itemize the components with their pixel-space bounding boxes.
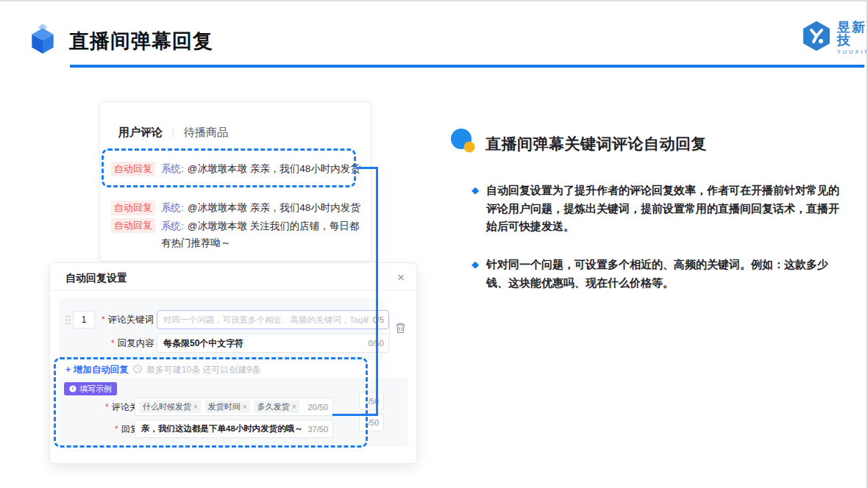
highlight-dashed-box-message bbox=[102, 148, 356, 187]
connector-line bbox=[332, 414, 378, 416]
reply-label: 回复内容 bbox=[111, 337, 154, 350]
modal-header-divider bbox=[50, 290, 416, 290]
bullet-text: 针对同一个问题，可设置多个相近的、高频的关键词。例如：这款多少钱、这块能优惠吗、… bbox=[486, 256, 843, 292]
highlight-dashed-box-example bbox=[54, 357, 368, 448]
chat-bubble-icon bbox=[450, 128, 477, 154]
modal-title: 自动回复设置 bbox=[65, 272, 127, 285]
close-icon[interactable]: × bbox=[397, 271, 405, 284]
reply-value: 每条限50个中文字符 bbox=[157, 337, 364, 350]
brand-domain: YUUXIN.COM bbox=[837, 49, 868, 54]
keyword-counter: 0/5 bbox=[369, 315, 388, 324]
info-bullet: ◆ 针对同一个问题，可设置多个相近的、高频的关键词。例如：这款多少钱、这块能优惠… bbox=[472, 256, 843, 292]
tab-pending-products[interactable]: 待播商品 bbox=[184, 126, 228, 140]
bullet-text: 自动回复设置为了提升作者的评论回复效率，作者可在开播前针对常见的评论用户问题，提… bbox=[486, 182, 843, 236]
tab-user-comments[interactable]: 用户评论 bbox=[118, 126, 163, 140]
row-actions-divider bbox=[389, 318, 390, 337]
info-heading: 直播间弹幕关键词评论自动回复 bbox=[485, 134, 707, 154]
page: 直播间弹幕回复 昱新科技 YUUXIN.COM 用户评论 待播商品 自动回复 系… bbox=[0, 0, 868, 488]
cube-logo-icon bbox=[28, 24, 57, 54]
keyword-label: 评论关键词 bbox=[102, 314, 154, 326]
connector-line bbox=[356, 167, 378, 169]
message-sender: 系统: bbox=[161, 200, 184, 216]
rule-index-field[interactable]: 1 bbox=[73, 311, 95, 329]
chat-message: 自动回复 系统:@冰墩墩本墩 关注我们的店铺，每日都有热门推荐呦～ bbox=[111, 218, 360, 251]
delete-rule-icon[interactable] bbox=[395, 322, 406, 337]
diamond-bullet-icon: ◆ bbox=[472, 182, 479, 199]
page-title: 直播间弹幕回复 bbox=[69, 28, 213, 54]
title-underline bbox=[70, 65, 864, 68]
info-bullet: ◆ 自动回复设置为了提升作者的评论回复效率，作者可在开播前针对常见的评论用户问题… bbox=[472, 182, 843, 236]
auto-reply-badge: 自动回复 bbox=[111, 201, 155, 215]
message-text: @冰墩墩本墩 关注我们的店铺，每日都有热门推荐呦～ bbox=[161, 220, 359, 248]
connector-line bbox=[376, 167, 378, 416]
auto-reply-badge: 自动回复 bbox=[111, 218, 155, 233]
brand-name: 昱新科技 bbox=[837, 21, 868, 47]
reply-rule-panel: 1 评论关键词 对同一个问题，可设置多个相近、高频的关键词，Tag确定，最多5个… bbox=[59, 298, 383, 360]
brand-hexagon-icon bbox=[802, 21, 831, 54]
reply-input[interactable]: 每条限50个中文字符 0/50 bbox=[157, 334, 389, 353]
keyword-placeholder: 对同一个问题，可设置多个相近、高频的关键词，Tag确定，最多5个 bbox=[157, 315, 369, 326]
drag-handle-icon[interactable] bbox=[65, 315, 71, 324]
chat-message: 自动回复 系统: @冰墩墩本墩 亲亲，我们48小时内发货 bbox=[111, 200, 361, 216]
tab-divider bbox=[173, 128, 174, 138]
brand-logo: 昱新科技 YUUXIN.COM bbox=[802, 21, 868, 54]
message-sender: 系统: bbox=[161, 220, 184, 232]
keyword-input[interactable]: 对同一个问题，可设置多个相近、高频的关键词，Tag确定，最多5个 0/5 bbox=[157, 310, 389, 329]
diamond-bullet-icon: ◆ bbox=[472, 256, 479, 273]
message-text: @冰墩墩本墩 亲亲，我们48小时内发货 bbox=[188, 200, 360, 216]
